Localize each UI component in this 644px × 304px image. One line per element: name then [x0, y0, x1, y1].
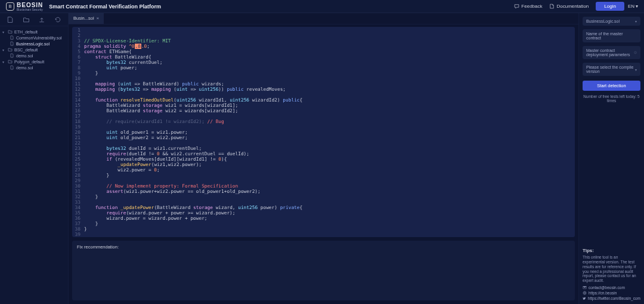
contract-file-select[interactable]: BusinessLogic.sol ▾: [583, 17, 640, 26]
chevron-down-icon: ▾: [2, 60, 6, 64]
file-tree: ▾ETH_defaultCommonVulnerability.solBusin…: [0, 26, 68, 73]
file-label: CommonVulnerability.sol: [16, 36, 62, 40]
contact-email-text: contact@beosin.com: [589, 285, 625, 290]
tips-section: Tips: This online tool is an experimenta…: [583, 248, 640, 300]
folder-icon: [8, 29, 13, 34]
chevron-down-icon: ▾: [2, 30, 6, 34]
brand-subtitle: Blockchain Security: [17, 8, 43, 11]
line-gutter: 1234567891011121314151617181920212223242…: [72, 28, 84, 236]
start-detection-button[interactable]: Start detection: [583, 81, 640, 91]
documentation-label: Documentation: [556, 4, 589, 9]
contact-twitter[interactable]: https://twitter.com/Beosin_com: [583, 296, 640, 300]
header-bar: B BEOSIN Blockchain Security Smart Contr…: [0, 0, 644, 13]
chevron-down-icon: ▾: [2, 48, 6, 52]
info-icon: [634, 50, 637, 55]
folder-row[interactable]: ▾Polygon_default: [0, 59, 68, 65]
fix-recommendation-title: Fix recommendation:: [77, 244, 570, 250]
contact-site-text: https://cn.beosin: [589, 291, 617, 295]
code-editor[interactable]: 1234567891011121314151617181920212223242…: [72, 27, 575, 237]
folder-row[interactable]: ▾ETH_default: [0, 29, 68, 35]
globe-icon: [583, 291, 587, 295]
doc-icon: [549, 4, 555, 9]
chevron-down-icon: ▾: [636, 4, 638, 9]
fix-recommendation-panel: Fix recommendation:: [72, 241, 575, 300]
folder-row[interactable]: ▾BSC_default: [0, 47, 68, 53]
contact-site[interactable]: https://cn.beosin: [583, 291, 640, 295]
folder-label: BSC_default: [14, 48, 38, 52]
logo[interactable]: B BEOSIN Blockchain Security: [6, 2, 43, 11]
file-row[interactable]: demo.sol: [0, 65, 68, 70]
new-folder-icon[interactable]: [23, 16, 30, 23]
contact-email[interactable]: contact@beosin.com: [583, 285, 640, 290]
deploy-params-input[interactable]: Master contract deployment parameters: [583, 46, 640, 59]
master-contract-input[interactable]: Name of the master contract: [583, 29, 640, 42]
file-label: demo.sol: [16, 66, 33, 70]
tab-bar: Busin...sol ×: [69, 13, 578, 24]
mail-icon: [583, 285, 587, 290]
language-selector[interactable]: EN ▾: [628, 4, 638, 9]
upload-icon[interactable]: [38, 16, 45, 23]
contact-twitter-text: https://twitter.com/Beosin_com: [588, 296, 640, 300]
tab-active[interactable]: Busin...sol ×: [69, 13, 104, 24]
center-panel: Busin...sol × 12345678910111213141516171…: [69, 13, 578, 304]
file-icon: [10, 41, 14, 46]
right-panel: BusinessLogic.sol ▾ Name of the master c…: [578, 13, 644, 304]
folder-label: Polygon_default: [14, 60, 44, 64]
file-row[interactable]: CommonVulnerability.sol: [0, 35, 68, 41]
app-title: Smart Contract Formal Verification Platf…: [49, 4, 161, 10]
compile-version-placeholder: Please select the compile version: [586, 65, 635, 73]
file-icon: [10, 35, 14, 40]
file-row[interactable]: demo.sol: [0, 53, 68, 59]
sidebar-toolbar: [0, 13, 68, 26]
master-contract-placeholder: Name of the master contract: [586, 32, 637, 40]
tips-heading: Tips:: [583, 248, 640, 253]
login-button[interactable]: Login: [596, 2, 624, 11]
tips-body: This online tool is an experimental vers…: [583, 255, 640, 283]
shield-icon: B: [6, 2, 14, 11]
folder-icon: [8, 47, 13, 52]
file-row[interactable]: BusinessLogic.sol: [0, 41, 68, 47]
chevron-down-icon: ▾: [635, 19, 637, 23]
close-icon[interactable]: ×: [97, 16, 100, 21]
brand-name: BEOSIN: [17, 2, 43, 8]
contract-file-label: BusinessLogic.sol: [586, 19, 620, 23]
tab-label: Busin...sol: [73, 16, 94, 21]
deploy-params-label: Master contract deployment parameters: [586, 48, 634, 57]
feedback-link[interactable]: Feedback: [510, 2, 546, 10]
chevron-down-icon: ▾: [635, 67, 637, 72]
folder-icon: [8, 59, 13, 64]
folder-label: ETH_default: [14, 30, 38, 34]
feedback-label: Feedback: [521, 4, 542, 9]
twitter-icon: [583, 296, 586, 300]
quota-text: Number of free tests left today: 5 times: [583, 94, 640, 103]
compile-version-select[interactable]: Please select the compile version ▾: [583, 63, 640, 76]
language-label: EN: [628, 4, 634, 9]
file-icon: [10, 53, 14, 58]
file-icon: [10, 65, 14, 70]
refresh-icon[interactable]: [54, 16, 61, 23]
file-label: BusinessLogic.sol: [16, 42, 49, 46]
file-label: demo.sol: [16, 54, 33, 58]
documentation-link[interactable]: Documentation: [546, 2, 592, 10]
code-content[interactable]: // SPDX-License-Identifier: MITpragma so…: [84, 28, 575, 236]
sidebar: ▾ETH_defaultCommonVulnerability.solBusin…: [0, 13, 69, 304]
new-file-icon[interactable]: [7, 16, 14, 23]
chat-icon: [514, 4, 519, 9]
